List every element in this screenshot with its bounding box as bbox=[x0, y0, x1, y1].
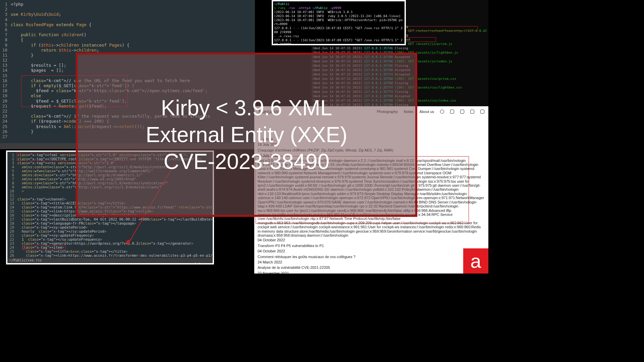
xml-cursor: 1,1 bbox=[195, 262, 201, 263]
xml-editor: 1234567891011121314151617181920212223242… bbox=[7, 152, 213, 263]
social-icon-2[interactable] bbox=[450, 110, 454, 114]
php-editor: 1234567891011121314151617181920212223242… bbox=[0, 0, 255, 149]
red-square-glyph: a bbox=[470, 251, 481, 271]
browser-page: Mægazine Photography Notes About us … Vi… bbox=[254, 106, 488, 274]
browser-content: … Virtual …19 July 2022Craquage d'archiv… bbox=[254, 116, 488, 274]
nav-notes[interactable]: Notes bbox=[404, 110, 414, 114]
nav-links: Photography Notes About us bbox=[377, 110, 484, 114]
ruby-webrick-terminal: ~/Public ❯ ruby -run -ehttpd ~/Public -p… bbox=[272, 0, 406, 45]
site-brand: Mægazine bbox=[258, 109, 281, 115]
social-icon-3[interactable] bbox=[460, 110, 464, 114]
social-icon-5[interactable] bbox=[480, 110, 484, 114]
red-square-logo: a bbox=[463, 248, 488, 274]
xml-filename: ~/Public/xxe.rss bbox=[9, 258, 42, 263]
nav-photography[interactable]: Photography bbox=[377, 110, 397, 114]
social-icon-4[interactable] bbox=[470, 110, 474, 114]
nav-about[interactable]: About us bbox=[420, 110, 434, 114]
social-icon-1[interactable] bbox=[440, 110, 444, 114]
